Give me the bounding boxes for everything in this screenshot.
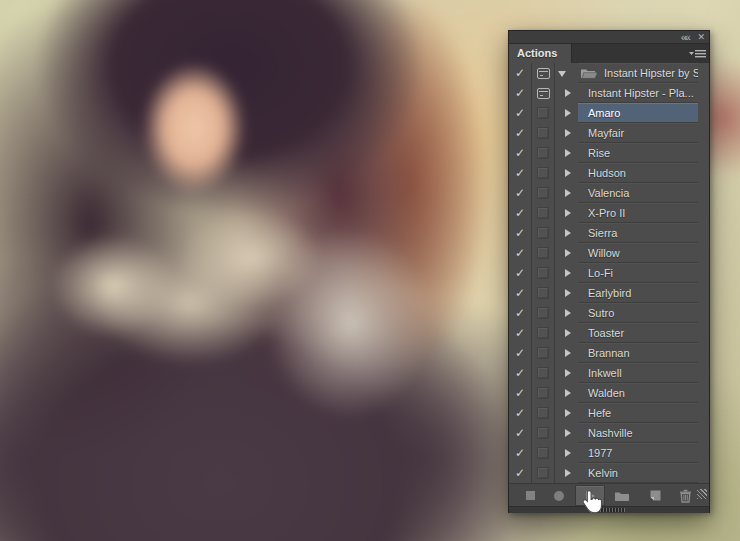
include-check-icon[interactable]: ✓ bbox=[509, 403, 531, 423]
new-set-button[interactable] bbox=[609, 485, 635, 506]
modal-control-toggle[interactable] bbox=[532, 283, 554, 303]
disclosure-closed-icon[interactable] bbox=[565, 309, 571, 317]
include-check-icon[interactable]: ✓ bbox=[509, 63, 531, 83]
disclosure-closed-icon[interactable] bbox=[565, 89, 571, 97]
include-check-icon[interactable]: ✓ bbox=[509, 463, 531, 483]
disclosure-closed-icon[interactable] bbox=[565, 209, 571, 217]
disclosure-closed-icon[interactable] bbox=[565, 369, 571, 377]
include-check-icon[interactable]: ✓ bbox=[509, 163, 531, 183]
modal-control-toggle[interactable] bbox=[532, 363, 554, 383]
include-check-icon[interactable]: ✓ bbox=[509, 303, 531, 323]
disclosure-closed-icon[interactable] bbox=[565, 389, 571, 397]
action-name[interactable]: Sutro bbox=[578, 303, 698, 323]
disclosure-closed-icon[interactable] bbox=[565, 169, 571, 177]
include-check-icon[interactable]: ✓ bbox=[509, 183, 531, 203]
action-name[interactable]: 1977 bbox=[578, 443, 698, 463]
tab-actions[interactable]: Actions bbox=[509, 44, 572, 63]
disclosure-closed-icon[interactable] bbox=[565, 289, 571, 297]
action-row-selected[interactable]: ✓ Amaro bbox=[509, 103, 709, 123]
include-check-icon[interactable]: ✓ bbox=[509, 263, 531, 283]
include-check-icon[interactable]: ✓ bbox=[509, 283, 531, 303]
panel-titlebar[interactable]: «« ✕ bbox=[509, 31, 709, 44]
include-check-icon[interactable]: ✓ bbox=[509, 83, 531, 103]
disclosure-closed-icon[interactable] bbox=[565, 129, 571, 137]
include-check-icon[interactable]: ✓ bbox=[509, 323, 531, 343]
play-button[interactable] bbox=[575, 485, 605, 506]
include-check-icon[interactable]: ✓ bbox=[509, 423, 531, 443]
action-name[interactable]: Toaster bbox=[578, 323, 698, 343]
include-check-icon[interactable]: ✓ bbox=[509, 243, 531, 263]
stop-button[interactable] bbox=[517, 485, 543, 506]
disclosure-open-icon[interactable] bbox=[558, 71, 566, 77]
modal-control-toggle[interactable] bbox=[532, 223, 554, 243]
modal-control-toggle[interactable] bbox=[532, 463, 554, 483]
action-row[interactable]: ✓ Walden bbox=[509, 383, 709, 403]
action-name[interactable]: X-Pro II bbox=[578, 203, 698, 223]
collapse-to-icons-icon[interactable]: «« bbox=[681, 31, 689, 44]
action-row[interactable]: ✓ Willow bbox=[509, 243, 709, 263]
include-check-icon[interactable]: ✓ bbox=[509, 343, 531, 363]
action-name[interactable]: Willow bbox=[578, 243, 698, 263]
modal-control-toggle[interactable] bbox=[532, 163, 554, 183]
action-name[interactable]: Brannan bbox=[578, 343, 698, 363]
action-name[interactable]: Sierra bbox=[578, 223, 698, 243]
action-name[interactable]: Inkwell bbox=[578, 363, 698, 383]
modal-control-toggle[interactable] bbox=[532, 403, 554, 423]
action-row[interactable]: ✓ Hefe bbox=[509, 403, 709, 423]
action-row[interactable]: ✓ Sierra bbox=[509, 223, 709, 243]
action-row[interactable]: ✓ Valencia bbox=[509, 183, 709, 203]
action-row[interactable]: ✓ Brannan bbox=[509, 343, 709, 363]
include-check-icon[interactable]: ✓ bbox=[509, 203, 531, 223]
include-check-icon[interactable]: ✓ bbox=[509, 103, 531, 123]
modal-control-toggle[interactable] bbox=[532, 183, 554, 203]
action-name[interactable]: Valencia bbox=[578, 183, 698, 203]
action-name[interactable]: Hudson bbox=[578, 163, 698, 183]
disclosure-closed-icon[interactable] bbox=[565, 329, 571, 337]
modal-control-toggle[interactable] bbox=[532, 423, 554, 443]
action-row[interactable]: ✓ Hudson bbox=[509, 163, 709, 183]
modal-control-toggle[interactable] bbox=[532, 443, 554, 463]
action-row[interactable]: ✓ Kelvin bbox=[509, 463, 709, 483]
action-row[interactable]: ✓ Lo-Fi bbox=[509, 263, 709, 283]
action-row[interactable]: ✓ Nashville bbox=[509, 423, 709, 443]
action-name[interactable]: Earlybird bbox=[578, 283, 698, 303]
action-set-name[interactable]: Instant Hipster by S... bbox=[578, 63, 698, 83]
delete-button[interactable] bbox=[672, 485, 698, 506]
action-name[interactable]: Hefe bbox=[578, 403, 698, 423]
disclosure-closed-icon[interactable] bbox=[565, 149, 571, 157]
action-row[interactable]: ✓ Instant Hipster - Pla... bbox=[509, 83, 709, 103]
disclosure-closed-icon[interactable] bbox=[565, 269, 571, 277]
action-name[interactable]: Rise bbox=[578, 143, 698, 163]
modal-control-toggle[interactable] bbox=[532, 143, 554, 163]
action-row[interactable]: ✓ Mayfair bbox=[509, 123, 709, 143]
new-action-button[interactable] bbox=[642, 485, 668, 506]
action-name[interactable]: Kelvin bbox=[578, 463, 698, 483]
include-check-icon[interactable]: ✓ bbox=[509, 383, 531, 403]
disclosure-closed-icon[interactable] bbox=[565, 229, 571, 237]
action-row[interactable]: ✓ Inkwell bbox=[509, 363, 709, 383]
action-row[interactable]: ✓ Rise bbox=[509, 143, 709, 163]
close-icon[interactable]: ✕ bbox=[697, 31, 705, 44]
panel-menu-icon[interactable] bbox=[689, 48, 706, 59]
modal-control-toggle[interactable] bbox=[532, 123, 554, 143]
drag-dots-icon[interactable] bbox=[593, 508, 625, 512]
action-name[interactable]: Walden bbox=[578, 383, 698, 403]
action-name[interactable]: Instant Hipster - Pla... bbox=[578, 83, 698, 103]
modal-control-toggle[interactable] bbox=[532, 203, 554, 223]
action-name[interactable]: Mayfair bbox=[578, 123, 698, 143]
modal-control-toggle[interactable] bbox=[532, 343, 554, 363]
include-check-icon[interactable]: ✓ bbox=[509, 123, 531, 143]
modal-control-toggle[interactable] bbox=[532, 303, 554, 323]
disclosure-closed-icon[interactable] bbox=[565, 349, 571, 357]
include-check-icon[interactable]: ✓ bbox=[509, 223, 531, 243]
include-check-icon[interactable]: ✓ bbox=[509, 143, 531, 163]
disclosure-closed-icon[interactable] bbox=[565, 189, 571, 197]
modal-control-toggle[interactable] bbox=[532, 83, 554, 103]
include-check-icon[interactable]: ✓ bbox=[509, 443, 531, 463]
action-row[interactable]: ✓ 1977 bbox=[509, 443, 709, 463]
disclosure-closed-icon[interactable] bbox=[565, 409, 571, 417]
panel-bottom-edge[interactable] bbox=[509, 506, 709, 513]
record-button[interactable] bbox=[546, 485, 572, 506]
modal-control-toggle[interactable] bbox=[532, 263, 554, 283]
action-row[interactable]: ✓ X-Pro II bbox=[509, 203, 709, 223]
